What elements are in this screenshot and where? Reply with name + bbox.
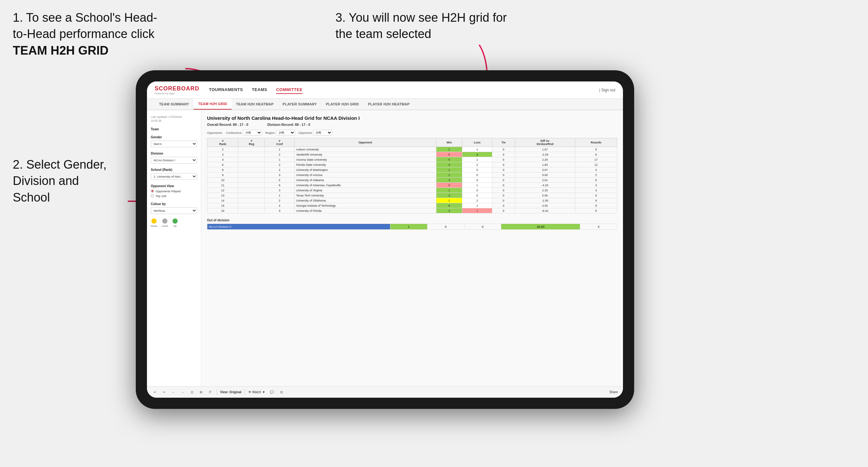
h2h-table: #Rank #Reg #Conf Opponent Win Loss Tie D… — [207, 138, 617, 213]
ood-tie: 0 — [464, 224, 501, 230]
radio-top100[interactable]: Top 100 — [151, 194, 197, 198]
cell-loss: 0 — [462, 173, 492, 178]
sign-out-link[interactable]: | Sign out — [599, 88, 615, 92]
cell-reg — [238, 167, 265, 173]
cell-win: 0 — [436, 183, 462, 188]
cell-rounds: 9 — [575, 203, 617, 208]
clock-btn[interactable]: ⏱ — [207, 390, 213, 395]
cell-loss: 2 — [462, 162, 492, 167]
cell-loss: 1 — [462, 203, 492, 208]
cell-tie: 0 — [492, 157, 515, 162]
redo-btn[interactable]: ↪ — [161, 390, 167, 395]
nav-teams[interactable]: TEAMS — [252, 86, 267, 94]
cell-rounds: 8 — [575, 178, 617, 183]
ood-rounds: 3 — [580, 224, 617, 230]
out-of-division-table: NCAA Division II 1 0 0 26.00 3 — [207, 224, 617, 230]
cell-conf: 4 — [265, 203, 294, 208]
cell-rank: 2 — [207, 147, 238, 152]
conference-filter-label: Conference — [226, 131, 242, 134]
col-reg: #Reg — [238, 138, 265, 147]
conference-filter-select[interactable]: (All) — [243, 130, 262, 135]
cell-win: 1 — [436, 188, 462, 193]
nav-tournaments[interactable]: TOURNAMENTS — [209, 86, 243, 94]
subnav-team-h2h-grid[interactable]: TEAM H2H GRID — [194, 99, 231, 110]
team-section: Team — [151, 127, 197, 131]
col-opponent: Opponent — [294, 138, 436, 147]
cell-opponent: University of Washington — [294, 167, 436, 173]
cell-rank: 13 — [207, 193, 238, 198]
overall-record: Overall Record: 89 - 17 - 0 — [207, 123, 248, 126]
cell-rounds: 9 — [575, 147, 617, 152]
sub-navigation: TEAM SUMMARY TEAM H2H GRID TEAM H2H HEAT… — [147, 99, 623, 110]
grid-btn[interactable]: ⊞ — [198, 390, 204, 395]
division-select[interactable]: NCAA Division I — [151, 157, 197, 163]
cell-rank: 4 — [207, 157, 238, 162]
cell-loss: 1 — [462, 157, 492, 162]
filter-conference: Opponents: — [207, 131, 223, 134]
subnav-player-summary[interactable]: PLAYER SUMMARY — [278, 99, 321, 110]
nav-forward-btn[interactable]: → — [180, 390, 186, 395]
cell-win: 1 — [436, 167, 462, 173]
opponents-label: Opponents: — [207, 131, 223, 134]
nav-back-btn[interactable]: ← — [170, 390, 176, 395]
legend-down: Down — [151, 218, 157, 227]
cell-conf: 1 — [265, 147, 294, 152]
filter-opponent-group: Opponent (All) — [299, 130, 332, 135]
gender-label: Gender — [151, 135, 197, 139]
legend-level-circle — [162, 218, 167, 224]
logo-sub: Powered by clippi — [155, 92, 199, 95]
gender-select[interactable]: Men's — [151, 141, 197, 147]
subnav-team-summary[interactable]: TEAM SUMMARY — [155, 99, 194, 110]
school-select[interactable]: 1. University of Nort... — [151, 173, 197, 180]
cell-tie: 0 — [492, 152, 515, 157]
cell-rank: 6 — [207, 162, 238, 167]
subnav-player-h2h-heatmap[interactable]: PLAYER H2H HEATMAP — [364, 99, 414, 110]
region-filter-select[interactable]: (All) — [276, 130, 295, 135]
crop-btn[interactable]: ⊡ — [189, 390, 195, 395]
comment-btn[interactable]: 💬 — [268, 390, 275, 395]
colour-by-select[interactable]: Win/loss — [151, 207, 197, 214]
toolbar-divider — [217, 390, 217, 395]
subnav-player-h2h-grid[interactable]: PLAYER H2H GRID — [321, 99, 364, 110]
cell-opponent: University of Florida — [294, 208, 436, 213]
cell-rounds: 3 — [575, 188, 617, 193]
cell-reg — [238, 178, 265, 183]
table-row: 16 3 University of Florida 3 1 0 -6.42 9 — [207, 208, 617, 213]
radio-opponents-played[interactable]: Opponents Played — [151, 189, 197, 193]
cell-conf: 2 — [265, 167, 294, 173]
main-content: Last Updated: 27/03/202416:55:38 Team Ge… — [147, 110, 623, 386]
colour-by-label: Colour by — [151, 202, 197, 206]
cell-loss: 0 — [462, 178, 492, 183]
logo-area: SCOREBOARD Powered by clippi — [155, 85, 199, 95]
cell-rank: 8 — [207, 167, 238, 173]
subnav-team-h2h-heatmap[interactable]: TEAM H2H HEATMAP — [231, 99, 278, 110]
col-conf: #Conf — [265, 138, 294, 147]
table-row: 3 2 Vanderbilt University 0 4 0 -2.29 8 — [207, 152, 617, 157]
table-row: 13 1 Texas Tech University 3 0 0 5.56 9 — [207, 193, 617, 198]
share-btn[interactable]: Share — [609, 390, 618, 394]
opponent-filter-select[interactable]: (All) — [313, 130, 332, 135]
cell-tie: 0 — [492, 162, 515, 167]
color-legend: Down Level Up — [151, 218, 197, 227]
cell-opponent: Georgia Institute of Technology — [294, 203, 436, 208]
watch-btn[interactable]: 👁 Watch ▼ — [248, 390, 266, 394]
cell-loss: 0 — [462, 188, 492, 193]
cell-win: 4 — [436, 162, 462, 167]
cell-diff: -4.33 — [515, 183, 575, 188]
cell-win: 5 — [436, 157, 462, 162]
cell-diff: -2.29 — [515, 152, 575, 157]
cell-rank: 14 — [207, 198, 238, 203]
cell-loss: 1 — [462, 208, 492, 213]
cell-diff: -1.00 — [515, 198, 575, 203]
nav-committee[interactable]: COMMITTEE — [276, 86, 303, 94]
cell-loss: 2 — [462, 198, 492, 203]
cell-reg — [238, 147, 265, 152]
cell-opponent: Auburn University — [294, 147, 436, 152]
view-original-btn[interactable]: View: Original — [220, 390, 242, 394]
col-diff: Diff AvStrokes/Rnd — [515, 138, 575, 147]
cell-diff: 1.67 — [515, 147, 575, 152]
cell-win: 3 — [436, 208, 462, 213]
layout-btn[interactable]: ⊟ — [279, 390, 284, 395]
undo-btn[interactable]: ↩ — [152, 390, 158, 395]
cell-reg — [238, 188, 265, 193]
